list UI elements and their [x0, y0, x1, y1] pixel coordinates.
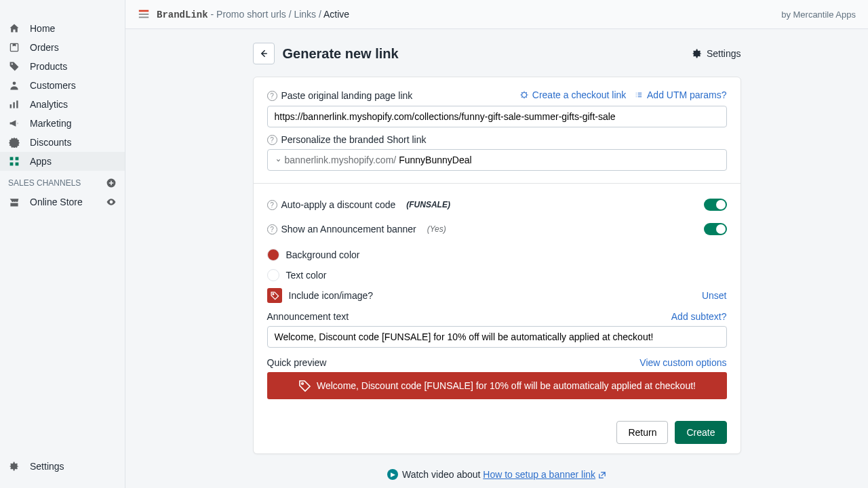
- banner-yes: (Yes): [427, 224, 446, 234]
- help-icon[interactable]: ?: [267, 91, 277, 101]
- channel-label: Online Store: [30, 197, 96, 207]
- breadcrumb-bar: BrandLink - Promo short urls / Links / A…: [125, 0, 868, 29]
- discount-code-hint: (FUNSALE): [406, 200, 450, 209]
- svg-rect-11: [139, 14, 149, 15]
- nav-customers[interactable]: Customers: [0, 76, 125, 95]
- quick-preview-label: Quick preview: [267, 357, 327, 368]
- banner-preview: Welcome, Discount code [FUNSALE] for 10%…: [267, 372, 727, 399]
- text-color-swatch[interactable]: [267, 269, 279, 281]
- create-checkout-link[interactable]: Create a checkout link: [519, 89, 627, 100]
- nav-label: Analytics: [30, 99, 68, 110]
- svg-rect-7: [10, 163, 14, 166]
- external-icon: [598, 471, 606, 479]
- nav-label: Marketing: [30, 118, 71, 129]
- svg-rect-12: [139, 17, 149, 18]
- nav-discounts[interactable]: Discounts: [0, 133, 125, 152]
- help-icon[interactable]: ?: [267, 224, 277, 235]
- person-icon: [8, 80, 20, 91]
- preview-text: Welcome, Discount code [FUNSALE] for 10%…: [317, 380, 696, 391]
- crumb-active: Active: [323, 9, 349, 20]
- sales-channels-heading: SALES CHANNELS: [0, 171, 125, 192]
- eye-icon[interactable]: [106, 197, 117, 207]
- paste-label: Paste original landing page link: [281, 90, 413, 101]
- video-prefix: Watch video about: [402, 469, 483, 480]
- short-url-field[interactable]: bannerlink.myshopify.com/: [267, 149, 727, 171]
- autoapply-label: Auto-apply a discount code: [281, 199, 396, 210]
- form-card: ?Paste original landing page link Create…: [253, 77, 741, 454]
- svg-point-15: [302, 383, 304, 385]
- nav-label: Orders: [30, 42, 59, 53]
- tag-icon: [8, 61, 20, 72]
- svg-rect-8: [16, 163, 19, 166]
- nav-apps[interactable]: Apps: [0, 152, 125, 171]
- return-button[interactable]: Return: [616, 421, 668, 444]
- add-subtext-link[interactable]: Add subtext?: [671, 311, 727, 322]
- svg-rect-5: [10, 157, 14, 161]
- settings-button[interactable]: Settings: [692, 48, 741, 59]
- brand-logo-icon: [138, 8, 150, 20]
- announcement-input[interactable]: [267, 326, 727, 348]
- banner-toggle[interactable]: [704, 223, 727, 235]
- help-icon[interactable]: ?: [267, 135, 277, 145]
- crumb-segment[interactable]: Links: [294, 9, 316, 20]
- play-icon[interactable]: ▶: [387, 469, 398, 480]
- svg-rect-3: [13, 102, 14, 108]
- text-color-label: Text color: [286, 270, 327, 281]
- nav-label: Apps: [30, 156, 52, 167]
- nav-analytics[interactable]: Analytics: [0, 95, 125, 114]
- barchart-icon: [8, 99, 20, 110]
- nav-settings[interactable]: Settings: [0, 457, 125, 476]
- discount-icon: [8, 137, 20, 148]
- nav-label: Home: [30, 23, 55, 34]
- nav-label: Customers: [30, 80, 76, 91]
- create-button[interactable]: Create: [675, 421, 726, 444]
- brand-name: BrandLink: [157, 9, 208, 20]
- svg-rect-6: [16, 157, 19, 161]
- nav-label: Discounts: [30, 137, 71, 148]
- short-slug-input[interactable]: [396, 150, 719, 170]
- add-channel-icon[interactable]: [106, 178, 117, 188]
- help-icon[interactable]: ?: [267, 200, 277, 210]
- banner-label: Show an Announcement banner: [281, 224, 416, 235]
- nav-orders[interactable]: Orders: [0, 38, 125, 57]
- announcement-label: Announcement text: [267, 311, 349, 322]
- banner-icon-preview[interactable]: [267, 288, 282, 303]
- crumb-segment: - Promo short urls: [208, 9, 286, 20]
- video-link[interactable]: How to setup a banner link: [483, 469, 595, 480]
- svg-point-14: [272, 293, 273, 295]
- settings-label: Settings: [30, 461, 64, 472]
- settings-label: Settings: [707, 48, 741, 59]
- personalize-label: Personalize the branded Short link: [281, 134, 427, 145]
- svg-point-13: [521, 93, 526, 98]
- bg-color-swatch[interactable]: [267, 249, 279, 261]
- video-help-link: ▶ Watch video about How to setup a banne…: [387, 469, 606, 480]
- home-icon: [8, 23, 20, 34]
- nav-label: Products: [30, 61, 67, 72]
- channel-online-store[interactable]: Online Store: [0, 192, 125, 211]
- svg-rect-10: [139, 10, 149, 12]
- orders-icon: [8, 42, 20, 53]
- apps-icon: [8, 156, 20, 167]
- nav-products[interactable]: Products: [0, 57, 125, 76]
- add-utm-link[interactable]: Add UTM params?: [634, 89, 726, 100]
- sidebar: Home Orders Products Customers Analytics…: [0, 0, 125, 488]
- view-custom-options-link[interactable]: View custom options: [639, 357, 726, 368]
- landing-url-input[interactable]: [267, 106, 727, 127]
- unset-link[interactable]: Unset: [702, 290, 727, 301]
- svg-point-1: [13, 81, 16, 85]
- store-icon: [8, 197, 20, 207]
- svg-rect-4: [16, 100, 18, 108]
- bg-color-label: Background color: [286, 249, 360, 260]
- bullhorn-icon: [8, 118, 20, 129]
- svg-rect-2: [10, 104, 12, 108]
- page-title: Generate new link: [283, 46, 399, 62]
- icon-label: Include icon/image?: [289, 290, 374, 301]
- tag-icon: [298, 379, 311, 392]
- app-author: by Mercantile Apps: [781, 9, 856, 20]
- autoapply-toggle[interactable]: [704, 199, 727, 211]
- nav-marketing[interactable]: Marketing: [0, 114, 125, 133]
- back-button[interactable]: [253, 43, 275, 64]
- gear-icon: [8, 461, 20, 472]
- nav-home[interactable]: Home: [0, 19, 125, 38]
- short-prefix: bannerlink.myshopify.com/: [285, 155, 397, 165]
